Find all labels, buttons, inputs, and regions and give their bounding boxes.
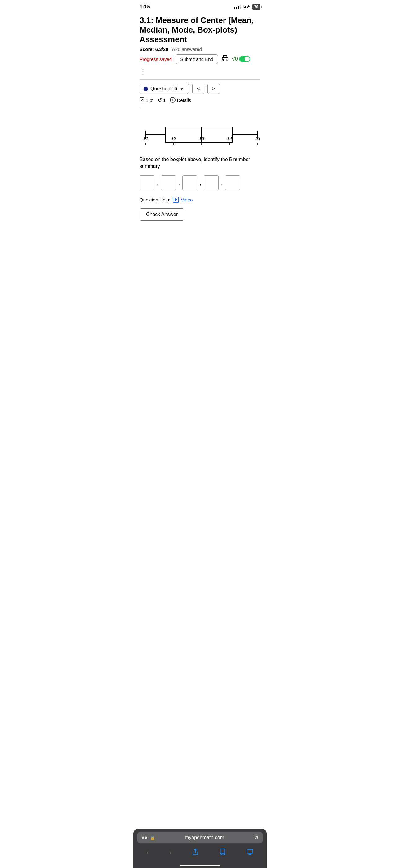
summary-input-3[interactable]: [182, 176, 197, 190]
print-button[interactable]: [222, 55, 229, 63]
progress-saved: Progress saved: [139, 57, 172, 62]
play-triangle-icon: [175, 198, 177, 201]
svg-rect-0: [223, 59, 227, 61]
page-title: 3.1: Measure of Center (Mean, Median, Mo…: [139, 16, 261, 45]
video-label: Video: [181, 197, 193, 203]
summary-input-1[interactable]: [139, 176, 155, 190]
svg-text:13: 13: [199, 136, 204, 141]
question-dot: [143, 87, 148, 91]
details-link[interactable]: Details: [177, 97, 191, 103]
signal-bars: [234, 5, 241, 9]
status-right: 5GU 78: [234, 4, 261, 10]
toolbar-row: Progress saved Submit and End √0 ⋮: [139, 54, 261, 76]
separator-4: ,: [221, 180, 223, 186]
boxplot-container: 11 12 13 14 15 data: [133, 115, 267, 147]
svg-text:12: 12: [171, 136, 176, 141]
sqrt-label: √0: [232, 56, 238, 62]
refresh-icon: ↺: [158, 97, 162, 103]
toolbar-divider: [139, 80, 261, 80]
check-answer-button[interactable]: Check Answer: [139, 208, 184, 221]
sqrt-toggle-switch[interactable]: [239, 56, 250, 62]
summary-input-2[interactable]: [161, 176, 176, 190]
question-meta: ✓ 1 pt ↺ 1 i Details: [139, 97, 261, 103]
question-dropdown[interactable]: Question 16 ▼: [139, 84, 189, 94]
spacer: [133, 221, 267, 283]
status-time: 1:15: [139, 4, 150, 10]
help-label: Question Help:: [139, 197, 170, 203]
five-number-summary-inputs: , , , ,: [133, 176, 267, 190]
separator-2: ,: [178, 180, 180, 186]
svg-text:15: 15: [255, 136, 260, 141]
retries-meta: ↺ 1: [158, 97, 166, 103]
video-link[interactable]: Video: [173, 196, 193, 203]
more-options-button[interactable]: ⋮: [139, 68, 147, 76]
sqrt-toggle: √0: [232, 56, 250, 62]
separator-3: ,: [200, 180, 201, 186]
retries-label: 1: [163, 97, 166, 103]
score-row: Score: 6.3/20 7/20 answered: [139, 46, 261, 52]
boxplot-svg: 11 12 13 14 15 data: [139, 118, 261, 146]
question-divider: [139, 108, 261, 108]
separator-1: ,: [157, 180, 159, 186]
checkbox-icon: ✓: [139, 97, 144, 102]
summary-input-5[interactable]: [225, 176, 240, 190]
main-content: 3.1: Measure of Center (Mean, Median, Mo…: [133, 12, 267, 108]
svg-text:14: 14: [227, 136, 232, 141]
svg-text:11: 11: [143, 136, 148, 141]
question-nav: Question 16 ▼ < >: [139, 84, 261, 94]
battery-icon: 78: [252, 4, 261, 10]
play-icon: [173, 196, 179, 203]
info-icon: i: [170, 97, 175, 103]
prev-question-button[interactable]: <: [192, 84, 204, 94]
answered-label: 7/20 answered: [171, 46, 202, 52]
question-text: Based on the boxplot above, identify the…: [133, 156, 267, 170]
next-question-button[interactable]: >: [207, 84, 220, 94]
summary-input-4[interactable]: [204, 176, 219, 190]
submit-end-button[interactable]: Submit and End: [175, 54, 218, 64]
details-meta[interactable]: i Details: [170, 97, 191, 103]
network-label: 5GU: [243, 4, 250, 9]
points-meta: ✓ 1 pt: [139, 97, 154, 103]
question-label: Question 16: [151, 86, 177, 92]
dropdown-arrow-icon: ▼: [179, 86, 184, 91]
status-bar: 1:15 5GU 78: [133, 0, 267, 12]
score-label: Score: 6.3/20: [139, 46, 168, 52]
points-label: 1 pt: [146, 97, 154, 103]
help-row: Question Help: Video: [133, 196, 267, 203]
